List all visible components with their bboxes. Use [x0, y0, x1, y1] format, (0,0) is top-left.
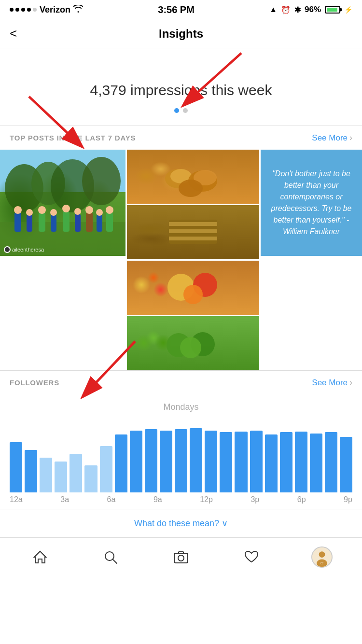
bar [205, 431, 217, 492]
post-4[interactable] [127, 261, 259, 315]
axis-label: 12a [10, 495, 23, 504]
svg-rect-23 [97, 215, 102, 232]
bar [100, 446, 112, 492]
what-mean-button[interactable]: What do these mean? ∨ [0, 509, 362, 537]
dot-2 [183, 108, 188, 113]
battery-icon [325, 6, 340, 14]
axis-label: 12p [200, 495, 213, 504]
posts-middle [127, 150, 259, 370]
axis-label: 6a [107, 495, 116, 504]
nav-home[interactable] [28, 545, 52, 569]
svg-point-12 [26, 209, 33, 216]
profile-avatar: CC [311, 546, 333, 568]
bluetooth-icon: ✱ [294, 5, 301, 14]
signal-dots [10, 8, 37, 12]
bar [310, 434, 322, 492]
bar [175, 429, 187, 492]
top-posts-section: TOP POSTS IN THE LAST 7 DAYS See More › [0, 126, 362, 370]
heart-icon [243, 548, 260, 566]
svg-point-20 [74, 208, 81, 215]
wifi-icon [73, 5, 83, 14]
post-1-wrapper[interactable]: aileentheresa [0, 150, 125, 256]
bar [295, 432, 307, 492]
status-bar: Verizon 3:56 PM ▲ ⏰ ✱ 96% ⚡ [0, 0, 362, 19]
impressions-section: 4,379 impressions this week [0, 48, 362, 126]
axis-label: 3p [251, 495, 259, 504]
home-icon [31, 548, 49, 566]
svg-text:CC: CC [320, 562, 324, 564]
post-2[interactable] [127, 150, 259, 204]
svg-point-16 [50, 209, 57, 216]
svg-point-33 [179, 180, 203, 197]
svg-point-43 [180, 337, 201, 358]
nav-header: < Insights [0, 19, 362, 48]
nav-profile[interactable]: CC [310, 545, 334, 569]
svg-point-10 [14, 206, 22, 214]
quote-text: "Don't bother just to be better than you… [261, 150, 362, 256]
search-icon [102, 548, 119, 566]
svg-line-47 [113, 560, 117, 563]
bar [84, 465, 97, 492]
location-icon: ▲ [269, 5, 277, 14]
svg-point-28 [5, 247, 10, 252]
bar [25, 450, 37, 492]
svg-rect-13 [39, 212, 45, 232]
nav-heart[interactable] [239, 545, 264, 569]
bar [280, 432, 292, 492]
bar [130, 431, 142, 492]
impressions-text: 4,379 impressions this week [10, 82, 352, 98]
bar [235, 432, 247, 492]
svg-point-7 [82, 157, 121, 205]
chevron-right-icon-2: › [349, 378, 352, 388]
nav-camera[interactable] [169, 545, 193, 569]
svg-rect-17 [63, 211, 70, 232]
chevron-right-icon: › [349, 133, 352, 143]
svg-point-18 [62, 205, 70, 212]
bar [190, 428, 202, 492]
bar [265, 434, 278, 492]
pagination-dots [10, 108, 352, 113]
bar [250, 431, 263, 492]
followers-header: FOLLOWERS See More › [0, 370, 362, 394]
axis-label: 6p [297, 495, 306, 504]
svg-point-24 [96, 209, 103, 216]
back-button[interactable]: < [10, 26, 17, 41]
svg-rect-35 [169, 222, 217, 226]
what-mean-text: What do these mean? ∨ [134, 518, 228, 528]
svg-point-52 [319, 551, 325, 558]
chart-label: Mondays [0, 394, 362, 415]
svg-rect-11 [27, 215, 32, 232]
axis-label: 9a [153, 495, 162, 504]
svg-rect-19 [75, 214, 81, 232]
post-username: aileentheresa [4, 246, 44, 253]
battery-percent: 96% [305, 5, 321, 14]
post-quote[interactable]: "Don't bother just to be better than you… [261, 150, 362, 256]
axis-label: 3a [60, 495, 69, 504]
bar [70, 454, 82, 492]
bar [115, 434, 127, 492]
post-1[interactable] [0, 150, 125, 256]
status-time: 3:56 PM [158, 4, 195, 15]
nav-search[interactable] [98, 545, 123, 569]
followers-see-more[interactable]: See More › [312, 378, 352, 388]
top-posts-title: TOP POSTS IN THE LAST 7 DAYS [10, 134, 136, 142]
top-posts-see-more[interactable]: See More › [312, 133, 352, 143]
top-posts-header: TOP POSTS IN THE LAST 7 DAYS See More › [0, 126, 362, 150]
svg-point-40 [183, 285, 203, 304]
bar [220, 432, 232, 492]
svg-rect-25 [106, 212, 113, 232]
bar [55, 462, 67, 492]
svg-point-14 [38, 206, 46, 214]
page-title: Insights [159, 27, 203, 41]
post-5[interactable] [127, 316, 259, 370]
posts-grid: aileentheresa [0, 150, 362, 370]
followers-section: FOLLOWERS See More › Mondays 12a3a6a9a12… [0, 370, 362, 509]
svg-rect-37 [169, 237, 217, 240]
see-more-label: See More [312, 133, 348, 143]
bottom-nav: CC [0, 537, 362, 576]
followers-see-more-label: See More [312, 378, 348, 388]
alarm-icon: ⏰ [281, 5, 291, 14]
dot-1 [174, 108, 179, 113]
status-right: ▲ ⏰ ✱ 96% ⚡ [269, 5, 352, 14]
post-3[interactable] [127, 205, 259, 259]
